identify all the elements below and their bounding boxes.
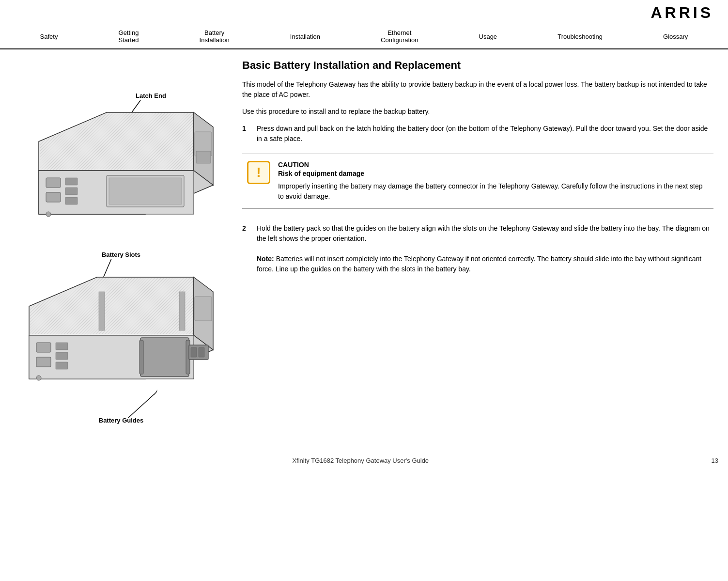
- caution-box: ! CAUTION Risk of equipment damage Impro…: [242, 154, 713, 209]
- arris-logo: ARRIS: [651, 4, 713, 22]
- caution-subtitle: Risk of equipment damage: [278, 170, 709, 177]
- nav-battery-installation[interactable]: Battery Installation: [195, 27, 234, 46]
- svg-rect-38: [179, 292, 185, 330]
- navigation: Safety Getting Started Battery Installat…: [0, 24, 728, 49]
- step-2-text: Hold the battery pack so that the guides…: [257, 224, 710, 242]
- svg-rect-35: [191, 347, 197, 357]
- svg-rect-29: [56, 352, 68, 360]
- procedure-intro: Use this procedure to install and to rep…: [242, 107, 713, 117]
- nav-troubleshooting[interactable]: Troubleshooting: [553, 31, 607, 42]
- battery-guides-label: Battery Guides: [99, 417, 143, 424]
- diagram-bottom: Battery Slots Battery Guides: [10, 243, 228, 427]
- step-2: 2 Hold the battery pack so that the guid…: [242, 223, 713, 274]
- latch-end-label: Latch End: [136, 92, 166, 99]
- svg-rect-30: [56, 362, 68, 369]
- svg-point-14: [46, 212, 51, 217]
- intro-paragraph: This model of the Telephony Gateway has …: [242, 79, 713, 100]
- svg-rect-11: [65, 197, 77, 204]
- step-1-number: 1: [242, 124, 252, 144]
- svg-rect-16: [196, 151, 211, 163]
- footer-page-number: 13: [712, 457, 718, 464]
- header: ARRIS: [0, 0, 728, 24]
- svg-point-39: [36, 376, 41, 380]
- svg-marker-24: [30, 278, 193, 334]
- step-1-text: Press down and pull back on the latch ho…: [257, 124, 713, 144]
- caution-body: Improperly inserting the battery may dam…: [278, 181, 709, 202]
- svg-rect-28: [56, 343, 68, 350]
- svg-rect-9: [65, 178, 77, 185]
- caution-content: CAUTION Risk of equipment damage Imprope…: [278, 161, 709, 202]
- svg-rect-40: [195, 297, 212, 321]
- main-content: Latch End: [0, 49, 728, 437]
- nav-usage[interactable]: Usage: [474, 31, 502, 42]
- svg-rect-27: [36, 357, 51, 367]
- footer-center: Xfinity TG1682 Telephony Gateway User's …: [292, 457, 429, 464]
- nav-glossary[interactable]: Glossary: [658, 31, 693, 42]
- svg-rect-31: [140, 338, 189, 377]
- step-2-note-text: Batteries will not insert completely int…: [257, 255, 701, 273]
- caution-icon: !: [247, 161, 270, 184]
- step-2-number: 2: [242, 223, 252, 274]
- nav-safety[interactable]: Safety: [35, 31, 63, 42]
- gateway-diagram-bottom: Battery Slots Battery Guides: [10, 243, 232, 427]
- nav-installation[interactable]: Installation: [285, 31, 325, 42]
- step-2-content: Hold the battery pack so that the guides…: [257, 223, 713, 274]
- svg-marker-20: [154, 390, 157, 395]
- step-2-note-label: Note:: [257, 255, 274, 263]
- svg-rect-26: [36, 343, 51, 352]
- page-title: Basic Battery Installation and Replaceme…: [242, 59, 713, 72]
- battery-slots-label: Battery Slots: [102, 251, 140, 258]
- nav-getting-started[interactable]: Getting Started: [114, 27, 144, 46]
- gateway-diagram-top: Latch End: [10, 74, 232, 229]
- svg-rect-8: [46, 192, 61, 202]
- svg-line-19: [128, 393, 155, 418]
- nav-ethernet-configuration[interactable]: Ethernet Configuration: [376, 27, 423, 46]
- svg-marker-5: [40, 113, 193, 170]
- footer: Xfinity TG1682 Telephony Gateway User's …: [0, 447, 728, 474]
- svg-rect-10: [65, 188, 77, 195]
- caution-title: CAUTION: [278, 161, 709, 169]
- svg-rect-36: [199, 347, 204, 357]
- right-column: Basic Battery Installation and Replaceme…: [232, 49, 728, 437]
- svg-rect-13: [109, 178, 182, 204]
- left-column: Latch End: [0, 49, 232, 437]
- svg-rect-7: [46, 178, 61, 188]
- step-1: 1 Press down and pull back on the latch …: [242, 124, 713, 144]
- svg-rect-37: [99, 292, 105, 330]
- diagram-top: Latch End: [10, 74, 228, 229]
- svg-rect-32: [139, 340, 143, 374]
